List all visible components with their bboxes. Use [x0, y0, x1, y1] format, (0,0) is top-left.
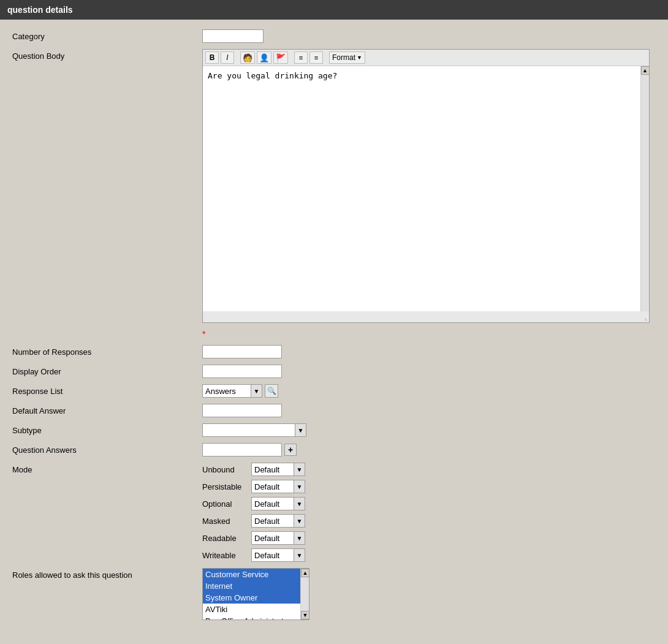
response-list-select-wrapper: ▼	[202, 384, 262, 398]
italic-icon: I	[226, 53, 228, 62]
writeable-select[interactable]	[251, 548, 294, 562]
emoji-icon-1: 🧑	[243, 53, 252, 63]
mode-control: Unbound ▼ Persistable ▼	[202, 463, 656, 562]
response-list-arrow-button[interactable]: ▼	[251, 384, 262, 398]
form-area: Category Question Body B I	[0, 20, 668, 636]
ordered-list-button[interactable]: ≡	[294, 51, 308, 64]
role-item-customer-service[interactable]: Customer Service	[203, 569, 300, 580]
response-list-area: ▼ 🔍	[202, 384, 656, 398]
emoji-icon-2: 👤	[259, 53, 269, 63]
category-input[interactable]	[202, 29, 264, 43]
editor-scroll: Are you legal drinking age? ▲	[203, 66, 649, 313]
bold-icon: B	[210, 53, 215, 62]
format-label: Format	[332, 53, 355, 62]
default-answer-control	[202, 404, 656, 417]
role-item-internet[interactable]: Internet	[203, 580, 300, 592]
flag-button[interactable]: 🚩	[273, 51, 288, 64]
roles-scroll-up[interactable]: ▲	[301, 569, 309, 577]
mode-row: Mode Unbound ▼ Persistable ▼	[12, 463, 656, 562]
category-row: Category	[12, 29, 656, 43]
roles-label: Roles allowed to ask this question	[12, 568, 202, 580]
italic-button[interactable]: I	[221, 51, 234, 64]
question-answers-input[interactable]	[202, 443, 282, 456]
bold-button[interactable]: B	[205, 51, 219, 64]
number-of-responses-row: Number of Responses	[12, 345, 656, 358]
resize-handle[interactable]: ⌞	[203, 313, 649, 322]
masked-label: Masked	[202, 517, 246, 526]
number-of-responses-input[interactable]	[202, 345, 282, 358]
format-dropdown[interactable]: Format ▼	[329, 51, 365, 64]
masked-select[interactable]	[251, 514, 294, 528]
unbound-arrow-button[interactable]: ▼	[294, 463, 305, 476]
display-order-label: Display Order	[12, 365, 202, 376]
mode-masked-row: Masked ▼	[202, 514, 656, 528]
display-order-row: Display Order	[12, 365, 656, 378]
response-list-row: Response List ▼ 🔍	[12, 384, 656, 398]
response-list-search-button[interactable]: 🔍	[265, 384, 278, 398]
emoji-button-1[interactable]: 🧑	[240, 51, 255, 64]
writeable-select-wrapper: ▼	[251, 548, 305, 562]
roles-scrollbar: ▲ ▼	[300, 569, 309, 619]
roles-listbox[interactable]: Customer Service Internet System Owner A…	[203, 569, 300, 619]
readable-select-wrapper: ▼	[251, 531, 305, 545]
role-item-box-office-admin[interactable]: Box Office Administrator	[203, 615, 300, 619]
question-answers-area: +	[202, 443, 656, 456]
subtype-arrow-button[interactable]: ▼	[295, 423, 306, 437]
optional-select[interactable]	[251, 497, 294, 510]
persistable-arrow-button[interactable]: ▼	[294, 480, 305, 493]
mode-unbound-row: Unbound ▼	[202, 463, 656, 476]
mode-optional-row: Optional ▼	[202, 497, 656, 510]
category-label: Category	[12, 29, 202, 41]
question-details-window: question details Category Question Body …	[0, 0, 668, 644]
editor-scrollbar: ▲	[640, 66, 649, 311]
masked-arrow-button[interactable]: ▼	[294, 514, 305, 528]
editor-container: B I 🧑 👤 🚩	[202, 49, 650, 323]
question-body-row: Question Body B I 🧑	[12, 49, 656, 323]
display-order-control	[202, 365, 656, 378]
question-answers-control: +	[202, 443, 656, 456]
category-control	[202, 29, 656, 43]
response-list-input[interactable]	[202, 384, 251, 398]
emoji-button-2[interactable]: 👤	[257, 51, 271, 64]
required-star: *	[202, 329, 205, 339]
mode-persistable-row: Persistable ▼	[202, 480, 656, 493]
writeable-arrow-button[interactable]: ▼	[294, 548, 305, 562]
display-order-input[interactable]	[202, 365, 282, 378]
masked-select-wrapper: ▼	[251, 514, 305, 528]
readable-select[interactable]	[251, 531, 294, 545]
subtype-row: Subtype ▼	[12, 423, 656, 437]
optional-arrow-button[interactable]: ▼	[294, 497, 305, 510]
subtype-input[interactable]	[202, 423, 295, 437]
mode-writeable-row: Writeable ▼	[202, 548, 656, 562]
default-answer-input[interactable]	[202, 404, 282, 417]
roles-control: Customer Service Internet System Owner A…	[202, 568, 656, 620]
scroll-up-arrow[interactable]: ▲	[641, 66, 650, 75]
writeable-label: Writeable	[202, 551, 246, 560]
readable-label: Readable	[202, 534, 246, 543]
default-answer-label: Default Answer	[12, 404, 202, 415]
question-body-textarea[interactable]: Are you legal drinking age?	[203, 66, 640, 311]
title-bar: question details	[0, 0, 668, 20]
readable-arrow-button[interactable]: ▼	[294, 531, 305, 545]
subtype-select-wrapper: ▼	[202, 423, 656, 437]
unbound-select-wrapper: ▼	[251, 463, 305, 476]
persistable-label: Persistable	[202, 482, 246, 491]
format-arrow-icon: ▼	[357, 55, 362, 61]
question-answers-label: Question Answers	[12, 443, 202, 455]
roles-scroll-down[interactable]: ▼	[301, 611, 309, 619]
ordered-list-icon: ≡	[299, 54, 303, 61]
unbound-select[interactable]	[251, 463, 294, 476]
number-of-responses-label: Number of Responses	[12, 345, 202, 357]
unordered-list-icon: ≡	[314, 54, 318, 61]
persistable-select-wrapper: ▼	[251, 480, 305, 493]
unbound-label: Unbound	[202, 465, 246, 474]
add-answer-button[interactable]: +	[284, 444, 297, 456]
persistable-select[interactable]	[251, 480, 294, 493]
number-of-responses-control	[202, 345, 656, 358]
question-body-label: Question Body	[12, 49, 202, 61]
role-item-avtiki[interactable]: AVTiki	[203, 604, 300, 615]
required-label-spacer	[12, 329, 202, 331]
unordered-list-button[interactable]: ≡	[309, 51, 323, 64]
mode-area: Unbound ▼ Persistable ▼	[202, 463, 656, 562]
role-item-system-owner[interactable]: System Owner	[203, 592, 300, 604]
